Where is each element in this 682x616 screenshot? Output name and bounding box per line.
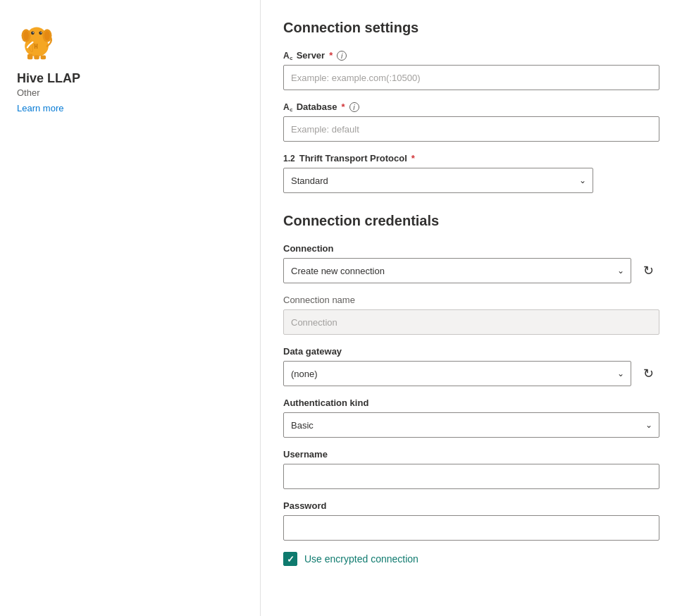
connection-row: Create new connection ⌄ ↺	[283, 258, 659, 283]
svg-rect-11	[34, 56, 39, 60]
connection-settings-title: Connection settings	[283, 20, 659, 36]
encrypted-connection-checkbox[interactable]: ✓	[283, 552, 297, 566]
svg-text:H: H	[34, 42, 38, 50]
thrift-select-wrapper: Standard HTTP Binary ⌄	[283, 168, 593, 193]
connection-label: Connection	[283, 243, 659, 254]
database-label-text: Database	[297, 101, 337, 112]
username-label: Username	[283, 449, 659, 460]
password-input[interactable]	[283, 515, 659, 541]
svg-point-4	[31, 31, 35, 35]
server-info-icon: i	[337, 51, 347, 61]
username-label-text: Username	[283, 449, 328, 460]
server-required-marker: *	[329, 50, 333, 61]
connection-credentials-section: Connection credentials Connection Create…	[283, 213, 659, 566]
thrift-field-group: 1.2 Thrift Transport Protocol * Standard…	[283, 153, 659, 193]
connection-name-label-text: Connection name	[283, 295, 355, 305]
username-input[interactable]	[283, 464, 659, 489]
database-input[interactable]	[283, 116, 659, 142]
server-label: A꜀ Server * i	[283, 50, 659, 61]
connection-name-field-group: Connection name	[283, 295, 659, 335]
data-gateway-refresh-button[interactable]: ↺	[637, 362, 659, 385]
connection-select[interactable]: Create new connection	[283, 258, 631, 283]
thrift-label-text: Thrift Transport Protocol	[299, 153, 407, 164]
connection-credentials-title: Connection credentials	[283, 213, 659, 229]
password-label: Password	[283, 500, 659, 511]
auth-kind-select[interactable]: Basic Windows Anonymous	[283, 412, 659, 438]
svg-point-6	[32, 32, 33, 32]
data-gateway-select[interactable]: (none)	[283, 361, 631, 386]
server-abc-icon: A꜀	[283, 51, 292, 61]
data-gateway-row: (none) ⌄ ↺	[283, 361, 659, 386]
server-field-group: A꜀ Server * i	[283, 50, 659, 90]
connection-field-group: Connection Create new connection ⌄ ↺	[283, 243, 659, 283]
username-field-group: Username	[283, 449, 659, 489]
data-gateway-label: Data gateway	[283, 346, 659, 357]
database-required-marker: *	[341, 101, 345, 112]
svg-rect-10	[27, 54, 32, 59]
connector-title: Hive LLAP	[17, 71, 243, 86]
sidebar: H Hive LLAP Other Learn more	[0, 0, 261, 616]
connector-subtitle: Other	[17, 87, 243, 98]
thrift-label: 1.2 Thrift Transport Protocol *	[283, 153, 659, 164]
checkmark-icon: ✓	[287, 554, 294, 565]
learn-more-link[interactable]: Learn more	[17, 103, 63, 113]
server-input[interactable]	[283, 65, 659, 90]
connector-logo: H	[17, 21, 243, 63]
svg-point-9	[44, 31, 49, 40]
svg-point-7	[41, 32, 42, 32]
auth-kind-label: Authentication kind	[283, 398, 659, 408]
connection-settings-section: Connection settings A꜀ Server * i A꜀ Dat…	[283, 20, 659, 193]
connection-name-input[interactable]	[283, 309, 659, 335]
thrift-num-icon: 1.2	[283, 154, 295, 164]
server-label-text: Server	[297, 50, 325, 61]
encrypted-connection-row: ✓ Use encrypted connection	[283, 552, 659, 566]
password-field-group: Password	[283, 500, 659, 541]
main-content: Connection settings A꜀ Server * i A꜀ Dat…	[261, 0, 682, 616]
thrift-select[interactable]: Standard HTTP Binary	[283, 168, 593, 193]
auth-kind-label-text: Authentication kind	[283, 398, 368, 408]
data-gateway-field-group: Data gateway (none) ⌄ ↺	[283, 346, 659, 386]
connection-name-label: Connection name	[283, 295, 659, 305]
connection-refresh-button[interactable]: ↺	[637, 259, 659, 282]
connection-refresh-icon: ↺	[643, 263, 654, 278]
auth-kind-select-wrapper: Basic Windows Anonymous ⌄	[283, 412, 659, 438]
database-abc-icon: A꜀	[283, 102, 292, 112]
svg-point-8	[23, 31, 28, 40]
database-info-icon: i	[349, 102, 359, 112]
svg-rect-12	[41, 56, 46, 60]
password-label-text: Password	[283, 500, 326, 511]
connection-select-wrapper: Create new connection ⌄	[283, 258, 631, 283]
data-gateway-refresh-icon: ↺	[643, 366, 654, 381]
data-gateway-label-text: Data gateway	[283, 346, 342, 357]
encrypted-connection-label[interactable]: Use encrypted connection	[304, 553, 418, 565]
svg-point-5	[39, 31, 42, 35]
data-gateway-select-wrapper: (none) ⌄	[283, 361, 631, 386]
auth-kind-field-group: Authentication kind Basic Windows Anonym…	[283, 398, 659, 438]
thrift-required-marker: *	[411, 153, 415, 164]
database-field-group: A꜀ Database * i	[283, 101, 659, 142]
connection-label-text: Connection	[283, 243, 334, 254]
database-label: A꜀ Database * i	[283, 101, 659, 112]
